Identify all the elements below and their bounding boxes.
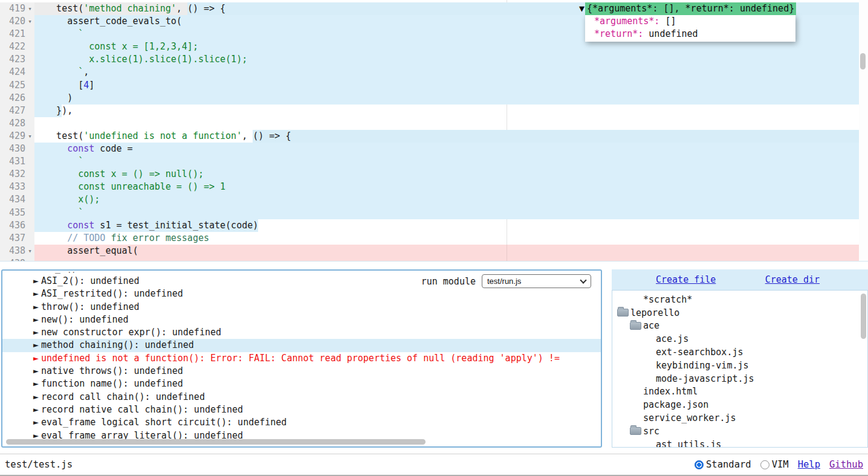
value-inspector-entry[interactable]: *return*: undefined (589, 28, 792, 40)
results-horizontal-scrollbar[interactable] (5, 439, 428, 445)
result-row[interactable]: ►eval_frame logical short circuit(): und… (2, 416, 601, 429)
keybinding-vim-label: VIM (772, 459, 789, 470)
line-number-gutter[interactable]: 439 (0, 257, 34, 262)
editor-line[interactable]: 430 const code = (0, 143, 868, 155)
help-link[interactable]: Help (798, 459, 820, 470)
create-file-link[interactable]: Create file (656, 274, 716, 285)
editor-line[interactable]: 436 const s1 = test_initial_state(code) (0, 219, 868, 232)
line-number-gutter[interactable]: 438▾ (0, 245, 34, 257)
expand-triangle-icon[interactable]: ► (33, 326, 41, 339)
result-row[interactable]: ►native throws(): undefined (2, 365, 601, 378)
radio-unselected-icon[interactable] (760, 460, 769, 469)
tree-item[interactable]: service_worker.js (612, 411, 867, 425)
expand-triangle-icon[interactable]: ► (33, 378, 41, 390)
editor-line[interactable]: 425 [4] (0, 79, 868, 92)
line-number-gutter[interactable]: 435 (0, 207, 34, 219)
line-number-gutter[interactable]: 430 (0, 143, 34, 155)
tree-item[interactable]: src (612, 425, 867, 438)
files-scrollbar-thumb[interactable] (861, 294, 866, 339)
line-number-gutter[interactable]: 419▾ (0, 2, 34, 15)
editor-line[interactable]: 432 const x = () => null(); (0, 168, 868, 181)
editor-line[interactable]: 437 // TODO fix error messages (0, 232, 868, 245)
editor-line[interactable]: 427 }), (0, 105, 868, 117)
expand-triangle-icon[interactable]: ► (33, 339, 41, 352)
line-number-gutter[interactable]: 424 (0, 66, 34, 79)
editor-line[interactable]: 426 ) (0, 92, 868, 105)
line-number-gutter[interactable]: 426 (0, 92, 34, 105)
value-inspector-entry[interactable]: *arguments*: [] (589, 15, 792, 28)
editor-scrollbar-thumb[interactable] (860, 53, 866, 69)
result-row[interactable]: ►method chaining(): undefined (2, 339, 601, 352)
line-number-gutter[interactable]: 420▾ (0, 15, 34, 28)
expand-triangle-icon[interactable]: ► (33, 404, 41, 416)
radio-selected-icon[interactable] (695, 460, 704, 469)
tree-item[interactable]: package.json (612, 398, 867, 411)
result-row[interactable]: ►new(): undefined (2, 314, 601, 326)
expand-triangle-icon[interactable]: ► (33, 352, 41, 365)
editor-line[interactable]: 423 x.slice(1).slice(1).slice(1); (0, 53, 868, 66)
line-number-gutter[interactable]: 429▾ (0, 130, 34, 143)
tree-item[interactable]: ace (612, 320, 867, 333)
editor-line[interactable]: 424 `, (0, 66, 868, 79)
result-row[interactable]: ►ASI_restrited(): undefined (2, 288, 601, 300)
run-module-select[interactable]: test/run.js (482, 274, 591, 288)
editor-line[interactable]: 435 ` (0, 207, 868, 219)
results-horizontal-scrollbar-thumb[interactable] (6, 439, 426, 445)
fold-arrow-icon[interactable]: ▾ (25, 245, 34, 257)
result-row[interactable]: ►new constructor expr(): undefined (2, 326, 601, 339)
expand-triangle-icon[interactable]: ► (33, 416, 41, 429)
line-number-gutter[interactable]: 428 (0, 117, 34, 130)
expand-triangle-icon[interactable]: ► (33, 275, 41, 288)
result-row[interactable]: ►function name(): undefined (2, 378, 601, 390)
keybinding-standard-option[interactable]: Standard (695, 459, 751, 470)
expand-triangle-icon[interactable]: ► (33, 288, 41, 300)
keybinding-vim-option[interactable]: VIM (760, 459, 789, 470)
editor-line[interactable]: 439 (0, 257, 868, 262)
collapse-triangle-icon[interactable]: ▼ (579, 2, 585, 15)
editor-scrollbar-track[interactable] (859, 0, 868, 261)
expand-triangle-icon[interactable]: ► (33, 314, 41, 326)
tree-item[interactable]: ext-searchbox.js (612, 346, 867, 359)
expand-triangle-icon[interactable]: ► (33, 365, 41, 378)
fold-arrow-icon[interactable]: ▾ (25, 2, 34, 15)
tree-item-name: ast_utils.js (656, 439, 721, 448)
result-row[interactable]: ►record native call chain(): undefined (2, 404, 601, 416)
fold-arrow-icon[interactable]: ▾ (25, 15, 34, 28)
editor-line[interactable]: 428 (0, 117, 868, 130)
editor-line[interactable]: 429▾ test('undefined is not a function',… (0, 130, 868, 143)
line-number-gutter[interactable]: 423 (0, 53, 34, 66)
line-number-gutter[interactable]: 433 (0, 181, 34, 193)
tree-item[interactable]: ace.js (612, 332, 867, 346)
editor-line[interactable]: 433 const unreachable = () => 1 (0, 181, 868, 193)
create-dir-link[interactable]: Create dir (765, 274, 820, 285)
code-editor[interactable]: 419▾ test('method chaining', () => {420▾… (0, 0, 868, 262)
fold-arrow-icon[interactable]: ▾ (25, 130, 34, 143)
editor-line[interactable]: 438▾ assert_equal( (0, 245, 868, 257)
value-inspector-header[interactable]: ▼{*arguments*: [], *return*: undefined} (579, 2, 796, 15)
line-number-gutter[interactable]: 431 (0, 155, 34, 168)
github-link[interactable]: Github (829, 459, 863, 470)
tree-item[interactable]: leporello (612, 306, 867, 320)
tree-item[interactable]: keybinding-vim.js (612, 359, 867, 372)
tree-item[interactable]: *scratch* (612, 293, 867, 306)
line-number-gutter[interactable]: 432 (0, 168, 34, 181)
expand-triangle-icon[interactable]: ► (33, 301, 41, 314)
result-row[interactable]: ►undefined is not a function(): Error: F… (2, 352, 601, 365)
result-row[interactable]: ►record call chain(): undefined (2, 391, 601, 404)
editor-line[interactable]: 422 const x = [1,2,3,4]; (0, 40, 868, 53)
line-number-gutter[interactable]: 422 (0, 40, 34, 53)
line-number-gutter[interactable]: 437 (0, 232, 34, 245)
line-number-gutter[interactable]: 436 (0, 219, 34, 232)
line-number-gutter[interactable]: 421 (0, 28, 34, 40)
line-number-gutter[interactable]: 427 (0, 105, 34, 117)
line-number-gutter[interactable]: 434 (0, 193, 34, 206)
editor-line[interactable]: 434 x(); (0, 193, 868, 206)
tree-item[interactable]: ast_utils.js (612, 438, 867, 448)
expand-triangle-icon[interactable]: ► (33, 272, 39, 274)
line-number-gutter[interactable]: 425 (0, 79, 34, 92)
tree-item[interactable]: mode-javascript.js (612, 372, 867, 385)
tree-item[interactable]: index.html (612, 385, 867, 399)
expand-triangle-icon[interactable]: ► (33, 391, 41, 404)
editor-line[interactable]: 431 ` (0, 155, 868, 168)
result-row[interactable]: ►throw(): undefined (2, 301, 601, 314)
